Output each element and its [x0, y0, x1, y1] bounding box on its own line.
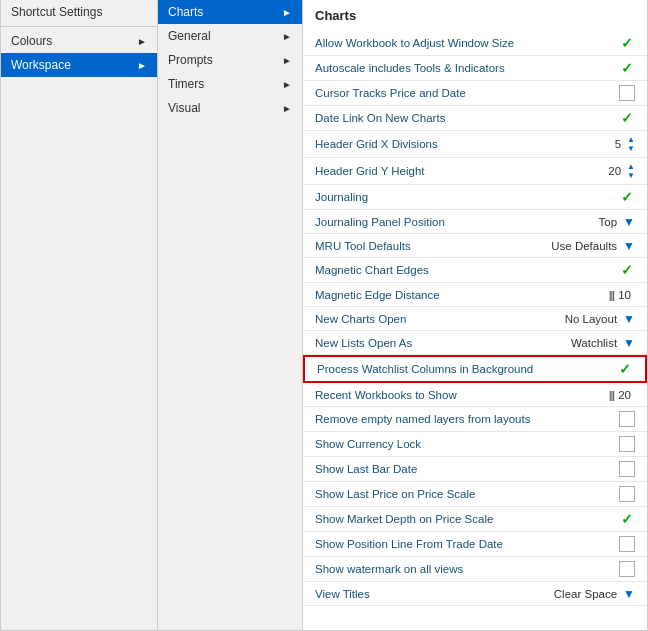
menu-item-charts[interactable]: Charts ►	[158, 0, 302, 24]
checkbox-checked-icon[interactable]	[619, 189, 635, 205]
setting-value: Use Defaults	[551, 240, 617, 252]
setting-label: Journaling	[315, 191, 619, 203]
setting-row-watermark: Show watermark on all views	[303, 557, 647, 582]
dropdown-arrow-icon[interactable]: ▼	[623, 336, 635, 350]
setting-label: View Titles	[315, 588, 554, 600]
left-menu: Shortcut Settings Colours ► Workspace ►	[0, 0, 158, 631]
settings-panel: Charts Allow Workbook to Adjust Window S…	[303, 0, 648, 631]
setting-label: Recent Workbooks to Show	[315, 389, 609, 401]
setting-label: Show Market Depth on Price Scale	[315, 513, 619, 525]
setting-row-autoscale: Autoscale includes Tools & Indicators	[303, 56, 647, 81]
setting-row-last-bar-date: Show Last Bar Date	[303, 457, 647, 482]
bar-icon: |||	[609, 389, 615, 401]
spinner-control[interactable]: ▲ ▼	[627, 135, 635, 153]
checkbox-empty-icon[interactable]	[619, 536, 635, 552]
setting-value: Top	[599, 216, 618, 228]
checkbox-checked-icon[interactable]	[619, 110, 635, 126]
setting-row-market-depth: Show Market Depth on Price Scale	[303, 507, 647, 532]
setting-label: Date Link On New Charts	[315, 112, 619, 124]
setting-value: 5	[615, 138, 621, 150]
checkbox-checked-icon[interactable]	[619, 511, 635, 527]
setting-row-header-grid-x: Header Grid X Divisions 5 ▲ ▼	[303, 131, 647, 158]
chevron-right-icon: ►	[282, 55, 292, 66]
settings-title: Charts	[303, 0, 647, 31]
setting-label: Show watermark on all views	[315, 563, 619, 575]
checkbox-empty-icon[interactable]	[619, 486, 635, 502]
setting-value: 20	[618, 389, 631, 401]
menu-item-timers[interactable]: Timers ►	[158, 72, 302, 96]
menu-item-prompts[interactable]: Prompts ►	[158, 48, 302, 72]
checkbox-empty-icon[interactable]	[619, 85, 635, 101]
chevron-right-icon: ►	[137, 36, 147, 47]
setting-row-position-line: Show Position Line From Trade Date	[303, 532, 647, 557]
menu-item-label: Workspace	[11, 58, 71, 72]
setting-value: Watchlist	[571, 337, 617, 349]
dropdown-arrow-icon[interactable]: ▼	[623, 587, 635, 601]
setting-row-journaling: Journaling	[303, 185, 647, 210]
chevron-right-icon: ►	[282, 7, 292, 18]
setting-row-process-watchlist: Process Watchlist Columns in Background	[303, 355, 647, 383]
setting-label: Show Last Bar Date	[315, 463, 619, 475]
setting-row-date-link: Date Link On New Charts	[303, 106, 647, 131]
setting-row-new-charts: New Charts Open No Layout ▼	[303, 307, 647, 331]
setting-row-last-price: Show Last Price on Price Scale	[303, 482, 647, 507]
setting-row-allow-workbook: Allow Workbook to Adjust Window Size	[303, 31, 647, 56]
setting-label: Magnetic Edge Distance	[315, 289, 609, 301]
checkbox-checked-icon[interactable]	[619, 35, 635, 51]
setting-label: Show Position Line From Trade Date	[315, 538, 619, 550]
setting-label: Header Grid Y Height	[315, 165, 608, 177]
checkbox-checked-icon[interactable]	[619, 262, 635, 278]
setting-label: Show Currency Lock	[315, 438, 619, 450]
setting-row-header-grid-y: Header Grid Y Height 20 ▲ ▼	[303, 158, 647, 185]
setting-label: MRU Tool Defaults	[315, 240, 551, 252]
setting-label: New Lists Open As	[315, 337, 571, 349]
setting-label: Cursor Tracks Price and Date	[315, 87, 619, 99]
checkbox-empty-icon[interactable]	[619, 561, 635, 577]
setting-label: Header Grid X Divisions	[315, 138, 615, 150]
menu-item-colours[interactable]: Colours ►	[1, 29, 157, 53]
dropdown-arrow-icon[interactable]: ▼	[623, 215, 635, 229]
setting-label: Magnetic Chart Edges	[315, 264, 619, 276]
setting-row-mru-tool: MRU Tool Defaults Use Defaults ▼	[303, 234, 647, 258]
setting-label: Process Watchlist Columns in Background	[317, 363, 617, 375]
setting-value: Clear Space	[554, 588, 617, 600]
setting-label: New Charts Open	[315, 313, 565, 325]
setting-label: Autoscale includes Tools & Indicators	[315, 62, 619, 74]
menu-item-label: Visual	[168, 101, 200, 115]
setting-row-recent-workbooks: Recent Workbooks to Show ||| 20	[303, 383, 647, 407]
second-menu: Charts ► General ► Prompts ► Timers ► Vi…	[158, 0, 303, 631]
checkbox-empty-icon[interactable]	[619, 461, 635, 477]
dropdown-arrow-icon[interactable]: ▼	[623, 312, 635, 326]
menu-item-shortcut-settings[interactable]: Shortcut Settings	[1, 0, 157, 24]
checkbox-empty-icon[interactable]	[619, 436, 635, 452]
menu-item-label: Timers	[168, 77, 204, 91]
setting-value: 10	[618, 289, 631, 301]
checkbox-empty-icon[interactable]	[619, 411, 635, 427]
setting-label: Remove empty named layers from layouts	[315, 413, 619, 425]
dropdown-arrow-icon[interactable]: ▼	[623, 239, 635, 253]
menu-item-label: Colours	[11, 34, 52, 48]
setting-row-currency-lock: Show Currency Lock	[303, 432, 647, 457]
bar-icon: |||	[609, 289, 615, 301]
setting-row-journaling-panel: Journaling Panel Position Top ▼	[303, 210, 647, 234]
chevron-right-icon: ►	[282, 79, 292, 90]
setting-row-remove-empty: Remove empty named layers from layouts	[303, 407, 647, 432]
setting-label: Show Last Price on Price Scale	[315, 488, 619, 500]
chevron-right-icon: ►	[282, 103, 292, 114]
checkbox-checked-icon[interactable]	[619, 60, 635, 76]
menu-item-label: Prompts	[168, 53, 213, 67]
menu-item-workspace[interactable]: Workspace ►	[1, 53, 157, 77]
main-container: Shortcut Settings Colours ► Workspace ► …	[0, 0, 648, 631]
checkbox-checked-icon[interactable]	[617, 361, 633, 377]
setting-row-cursor-tracks: Cursor Tracks Price and Date	[303, 81, 647, 106]
menu-item-general[interactable]: General ►	[158, 24, 302, 48]
setting-row-magnetic-chart: Magnetic Chart Edges	[303, 258, 647, 283]
chevron-right-icon: ►	[282, 31, 292, 42]
setting-row-magnetic-edge: Magnetic Edge Distance ||| 10	[303, 283, 647, 307]
menu-item-label: Shortcut Settings	[11, 5, 102, 19]
menu-item-label: Charts	[168, 5, 203, 19]
menu-item-visual[interactable]: Visual ►	[158, 96, 302, 120]
setting-value: No Layout	[565, 313, 617, 325]
spinner-control[interactable]: ▲ ▼	[627, 162, 635, 180]
setting-label: Journaling Panel Position	[315, 216, 599, 228]
